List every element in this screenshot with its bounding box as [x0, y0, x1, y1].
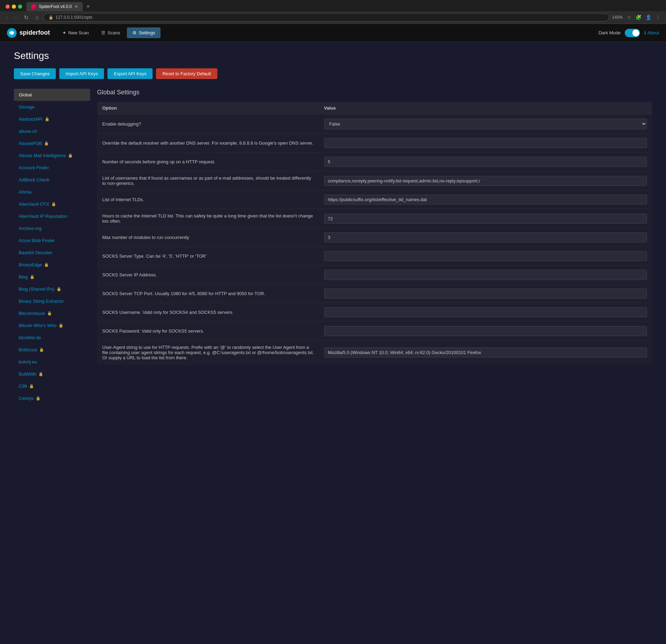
sidebar-item-label: Binary String Extractor — [19, 299, 64, 304]
field-input-9[interactable] — [324, 289, 647, 299]
url-bar[interactable]: 🔒 127.0.0.1:5001/opts — [43, 13, 609, 22]
lock-icon: 🔒 — [59, 323, 63, 328]
home-button[interactable]: ⌂ — [33, 14, 41, 21]
lock-icon: 🔒 — [57, 287, 61, 291]
table-row: Enable debugging?FalseTrue — [97, 114, 652, 134]
sidebar-item-abstractapi[interactable]: AbstractAPI🔒 — [14, 113, 90, 125]
sidebar-item-account-finder[interactable]: Account Finder — [14, 162, 90, 174]
sidebar-item-botvrij[interactable]: botvrij.eu — [14, 356, 90, 368]
lock-icon: 🔒 — [47, 311, 52, 316]
field-input-3[interactable] — [324, 176, 647, 186]
option-cell-7: SOCKS Server Type. Can be '4', '5', 'HTT… — [97, 247, 319, 266]
sidebar-item-abuse-ch[interactable]: abuse.ch — [14, 125, 90, 137]
sidebar-item-bing-shared[interactable]: Bing (Shared IPs)🔒 — [14, 283, 90, 295]
value-cell-5 — [319, 209, 652, 228]
sidebar-item-label: Global — [19, 92, 32, 97]
sidebar-item-censys[interactable]: Censys🔒 — [14, 392, 90, 404]
nav-tab-new-scan[interactable]: ✦ New Scan — [57, 27, 94, 38]
about-button[interactable]: ℹ About — [644, 30, 659, 35]
lock-icon: 🔒 — [51, 202, 56, 206]
sidebar-item-azure-blob[interactable]: Azure Blob Finder — [14, 234, 90, 247]
field-input-5[interactable] — [324, 214, 647, 224]
option-cell-8: SOCKS Server IP Address. — [97, 266, 319, 284]
sidebar-item-alienvault-ip[interactable]: AlienVault IP Reputation — [14, 210, 90, 222]
field-input-4[interactable] — [324, 195, 647, 205]
table-row: Number of seconds before giving up on a … — [97, 153, 652, 171]
field-input-8[interactable] — [324, 270, 647, 280]
lock-icon: 🔒 — [68, 153, 73, 158]
field-input-1[interactable] — [324, 138, 647, 148]
sidebar-item-storage[interactable]: Storage — [14, 101, 90, 113]
forward-button[interactable]: › — [13, 14, 19, 21]
export-api-keys-button[interactable]: Export API Keys — [107, 68, 153, 79]
sidebar-item-label: Ahmia — [19, 189, 32, 195]
sidebar-item-abuseipdb[interactable]: AbuseIPDB🔒 — [14, 137, 90, 149]
sidebar-item-adblock-check[interactable]: AdBlock Check — [14, 174, 90, 186]
maximize-window-btn[interactable] — [18, 5, 22, 9]
import-api-keys-button[interactable]: Import API Keys — [59, 68, 104, 79]
url-text: 127.0.0.1:5001/opts — [55, 15, 92, 20]
lock-icon: 🔒 — [39, 347, 44, 352]
browser-actions: ☆ 🧩 👤 ⋮ — [625, 13, 662, 22]
sidebar-item-bitcoin-whos[interactable]: Bitcoin Who's Who🔒 — [14, 319, 90, 332]
table-row: Hours to cache the Internet TLD list. Th… — [97, 209, 652, 228]
bookmark-button[interactable]: ☆ — [625, 13, 633, 22]
sidebar-item-global[interactable]: Global — [14, 89, 90, 101]
header-right: Dark Mode ℹ About — [598, 29, 659, 37]
value-cell-12 — [319, 341, 652, 365]
sidebar-item-binary-string[interactable]: Binary String Extractor — [14, 295, 90, 307]
sidebar-item-label: C99 — [19, 384, 27, 389]
sidebar-item-label: BinaryEdge — [19, 262, 42, 267]
sidebar-item-archive-org[interactable]: Archive.org — [14, 222, 90, 234]
table-row: SOCKS Password. Valid only for SOCKS5 se… — [97, 322, 652, 341]
sidebar-item-blocklist-de[interactable]: blocklist.de — [14, 332, 90, 344]
save-changes-button[interactable]: Save Changes — [14, 68, 56, 79]
sidebar-item-builtwith[interactable]: BuiltWith🔒 — [14, 368, 90, 380]
field-input-7[interactable] — [324, 251, 647, 261]
field-select-0[interactable]: FalseTrue — [324, 119, 647, 129]
nav-tab-settings[interactable]: ⚙ Settings — [127, 27, 161, 38]
minimize-window-btn[interactable] — [12, 5, 16, 9]
logo-icon: 🕷 — [7, 28, 17, 38]
field-input-6[interactable] — [324, 232, 647, 242]
option-cell-4: List of Internet TLDs. — [97, 190, 319, 209]
table-row: List of Internet TLDs. — [97, 190, 652, 209]
sidebar-item-alienvault-otx[interactable]: AlienVault OTX🔒 — [14, 198, 90, 210]
profile-button[interactable]: 👤 — [644, 13, 653, 22]
settings-icon: ⚙ — [132, 30, 137, 35]
toggle-knob — [632, 29, 639, 36]
field-input-2[interactable] — [324, 157, 647, 167]
field-input-11[interactable] — [324, 326, 647, 336]
new-tab-button[interactable]: + — [84, 3, 92, 10]
table-row: Max number of modules to run concurrentl… — [97, 228, 652, 247]
extensions-button[interactable]: 🧩 — [634, 13, 643, 22]
sidebar-item-bitcoinabuse[interactable]: BitcoinAbuse🔒 — [14, 307, 90, 319]
window-controls — [3, 5, 25, 9]
sidebar-item-c99[interactable]: C99🔒 — [14, 380, 90, 392]
sidebar-item-base64-decoder[interactable]: Base64 Decoder — [14, 247, 90, 259]
scans-icon: ☰ — [101, 30, 105, 35]
sidebar-item-ahmia[interactable]: Ahmia — [14, 186, 90, 198]
table-row: SOCKS Username. Valid only for SOCKS4 an… — [97, 303, 652, 322]
close-window-btn[interactable] — [6, 5, 10, 9]
field-input-12[interactable] — [324, 347, 647, 358]
sidebar-item-label: Bing — [19, 274, 28, 280]
menu-button[interactable]: ⋮ — [654, 13, 662, 22]
col-option-header: Option — [97, 102, 319, 114]
nav-tab-scans[interactable]: ☰ Scans — [96, 27, 126, 38]
sidebar-item-binaryedge[interactable]: BinaryEdge🔒 — [14, 259, 90, 271]
dark-mode-toggle[interactable] — [625, 29, 640, 37]
option-cell-12: User-Agent string to use for HTTP reques… — [97, 341, 319, 365]
tab-close-icon[interactable]: ✕ — [75, 4, 78, 9]
logo-text: spiderfoot — [19, 29, 50, 36]
back-button[interactable]: ‹ — [4, 14, 10, 21]
browser-tab-active[interactable]: SpiderFoot v4.0.0 ✕ — [26, 2, 83, 11]
sidebar-item-abusix[interactable]: Abusix Mail Intelligence🔒 — [14, 149, 90, 162]
reload-button[interactable]: ↻ — [22, 14, 31, 22]
sidebar-item-botscout[interactable]: BotScout🔒 — [14, 344, 90, 356]
app-header: 🕷 spiderfoot ✦ New Scan ☰ Scans ⚙ Settin… — [0, 24, 666, 42]
value-cell-2 — [319, 153, 652, 171]
sidebar-item-bing[interactable]: Bing🔒 — [14, 271, 90, 283]
reset-factory-default-button[interactable]: Reset to Factory Default — [156, 68, 217, 79]
field-input-10[interactable] — [324, 307, 647, 317]
